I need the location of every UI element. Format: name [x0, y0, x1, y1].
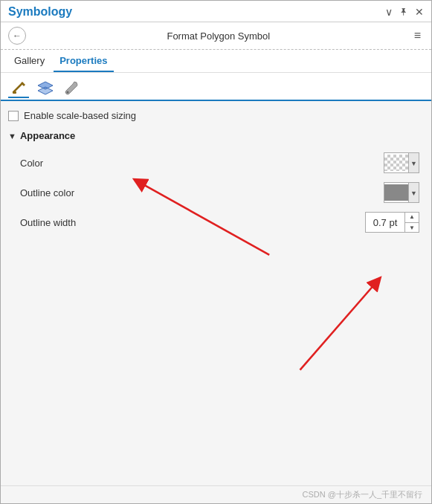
- svg-point-7: [67, 91, 69, 94]
- panel-title: Symbology: [8, 5, 72, 19]
- collapse-icon[interactable]: ∨: [385, 6, 393, 18]
- color-row: Color ▼: [8, 149, 424, 177]
- pin-icon[interactable]: 🖈: [399, 6, 409, 18]
- color-control: ▼: [384, 152, 419, 173]
- content-area: Enable scale-based sizing ▼ Appearance C…: [1, 101, 431, 485]
- layers-tool-icon[interactable]: [35, 77, 56, 98]
- title-bar: Symbology ∨ 🖈 ✕: [1, 1, 431, 22]
- tab-gallery[interactable]: Gallery: [8, 50, 51, 72]
- svg-rect-2: [13, 91, 16, 94]
- color-button[interactable]: ▼: [384, 152, 419, 173]
- spinner-down-button[interactable]: ▼: [405, 223, 419, 233]
- tabs-row: Gallery Properties: [1, 50, 431, 73]
- outline-color-row: Outline color ▼: [8, 178, 424, 207]
- paint-tool-icon[interactable]: [8, 77, 29, 98]
- appearance-chevron[interactable]: ▼: [8, 132, 16, 140]
- svg-line-10: [300, 282, 377, 370]
- svg-line-0: [13, 83, 22, 92]
- tab-properties[interactable]: Properties: [54, 50, 113, 72]
- back-icon: ←: [13, 30, 22, 41]
- outline-width-control: 0.7 pt ▲ ▼: [365, 212, 419, 233]
- color-swatch: [384, 153, 408, 172]
- outline-width-row: Outline width 0.7 pt ▲ ▼: [8, 208, 424, 236]
- scale-sizing-checkbox[interactable]: [8, 111, 19, 121]
- scale-sizing-label: Enable scale-based sizing: [24, 110, 136, 121]
- watermark-text: CSDN @十步杀一人_千里不留行: [302, 490, 422, 499]
- spinner-buttons: ▲ ▼: [404, 212, 419, 233]
- toolbar-row: [1, 73, 431, 101]
- wrench-tool-icon[interactable]: [62, 77, 83, 98]
- appearance-section-header: ▼ Appearance: [8, 130, 424, 141]
- close-icon[interactable]: ✕: [415, 6, 424, 18]
- spinner-up-button[interactable]: ▲: [405, 212, 419, 223]
- outline-color-swatch: [384, 183, 408, 202]
- outline-color-label: Outline color: [20, 187, 74, 198]
- outline-color-control: ▼: [384, 182, 419, 203]
- subheader-title: Format Polygon Symbol: [26, 30, 411, 42]
- outline-color-dropdown-arrow[interactable]: ▼: [408, 183, 419, 203]
- solid-swatch: [384, 184, 408, 201]
- subheader: ← Format Polygon Symbol ≡: [1, 22, 431, 50]
- checkerboard-pattern: [384, 155, 408, 171]
- width-spinner: 0.7 pt ▲ ▼: [365, 212, 419, 233]
- color-label: Color: [20, 158, 43, 169]
- back-button[interactable]: ←: [8, 27, 26, 45]
- title-bar-right: ∨ 🖈 ✕: [385, 6, 424, 18]
- color-dropdown-arrow[interactable]: ▼: [408, 153, 419, 173]
- title-bar-left: Symbology: [8, 5, 72, 19]
- width-value[interactable]: 0.7 pt: [366, 217, 404, 228]
- symbology-panel: Symbology ∨ 🖈 ✕ ← Format Polygon Symbol …: [0, 0, 432, 504]
- appearance-title: Appearance: [20, 130, 75, 141]
- footer: CSDN @十步杀一人_千里不留行: [1, 485, 431, 503]
- svg-marker-4: [38, 87, 53, 94]
- outline-color-button[interactable]: ▼: [384, 182, 419, 203]
- outline-width-label: Outline width: [20, 217, 76, 228]
- menu-icon[interactable]: ≡: [411, 28, 424, 44]
- scale-sizing-row: Enable scale-based sizing: [8, 110, 424, 121]
